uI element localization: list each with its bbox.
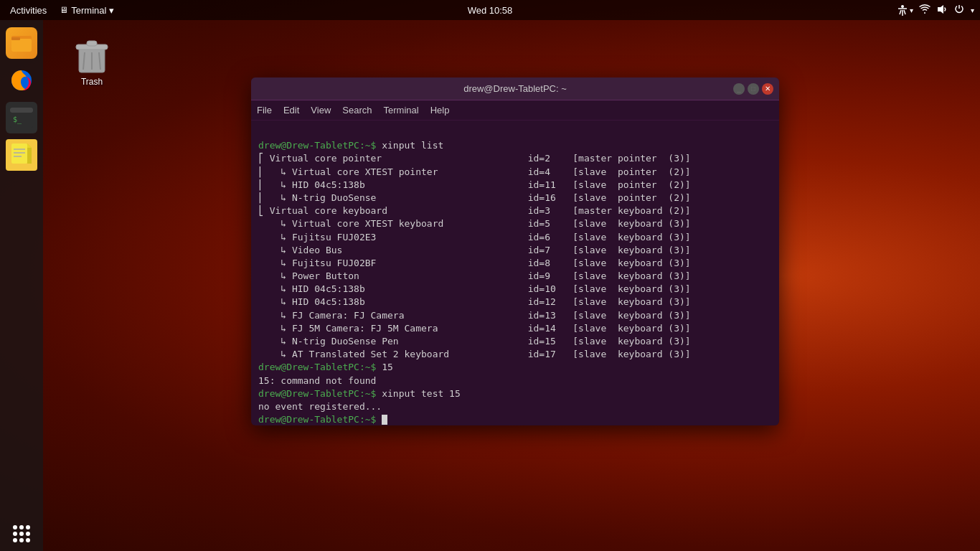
prompt-4: drew@Drew-TabletPC:~$	[258, 414, 376, 425]
output-11: ↳ HID 04c5:138b id=10 [slave keyboard (3…	[258, 283, 691, 294]
output-17: 15: command not found	[258, 375, 376, 386]
terminal-controls: _ □ ✕	[733, 83, 773, 95]
topbar-app-arrow: ▾	[109, 5, 114, 16]
svg-rect-9	[11, 143, 27, 164]
power-arrow[interactable]: ▾	[971, 6, 974, 14]
terminal-title: drew@Drew-TabletPC: ~	[463, 83, 567, 94]
grid-dot	[26, 538, 30, 542]
cmd-3: xinput test 15	[376, 388, 460, 399]
output-7: ↳ Fujitsu FUJ02E3 id=6 [slave keyboard (…	[258, 232, 691, 242]
svg-point-0	[901, 5, 904, 8]
output-16: ↳ AT Translated Set 2 keyboard id=17 [sl…	[258, 349, 691, 359]
activities-button[interactable]: Activities	[6, 5, 51, 16]
grid-dot	[19, 525, 24, 529]
terminal-menubar: File Edit View Search Terminal Help	[251, 100, 779, 121]
svg-text:$_: $_	[13, 116, 22, 124]
terminal-body[interactable]: drew@Drew-TabletPC:~$ xinput list ⎡ Virt…	[251, 121, 779, 425]
dock-item-files[interactable]	[6, 27, 37, 59]
output-4: ⎜ ↳ N-trig DuoSense id=16 [slave pointer…	[258, 192, 691, 203]
output-14: ↳ FJ 5M Camera: FJ 5M Camera id=14 [slav…	[258, 323, 691, 334]
terminal-window: drew@Drew-TabletPC: ~ _ □ ✕ File Edit Vi…	[251, 77, 779, 425]
volume-icon[interactable]	[936, 4, 948, 17]
output-18: no event registered...	[258, 401, 382, 412]
grid-dot	[13, 538, 17, 542]
trash-icon-image	[75, 39, 109, 74]
svg-marker-1	[938, 5, 943, 14]
dock-item-firefox[interactable]	[6, 65, 37, 96]
cursor	[382, 415, 387, 425]
cmd-2: 15	[376, 362, 392, 372]
wifi-icon[interactable]	[919, 4, 930, 17]
output-2: ⎜ ↳ Virtual core XTEST pointer id=4 [sla…	[258, 166, 691, 177]
desktop: Activities 🖥 Terminal ▾ Wed 10:58 ▾	[0, 0, 980, 551]
topbar-app-name: Terminal	[71, 5, 106, 16]
output-10: ↳ Power Button id=9 [slave keyboard (3)]	[258, 270, 691, 281]
grid-dot	[13, 525, 17, 529]
accessibility-arrow: ▾	[910, 6, 913, 14]
dock: $_	[0, 20, 43, 551]
topbar-left: Activities 🖥 Terminal ▾	[6, 5, 114, 16]
output-6: ↳ Virtual core XTEST keyboard id=5 [slav…	[258, 218, 691, 229]
grid-dot	[19, 532, 24, 536]
prompt-3: drew@Drew-TabletPC:~$	[258, 388, 376, 399]
output-9: ↳ Fujitsu FUJ02BF id=8 [slave keyboard (…	[258, 258, 691, 268]
menu-view[interactable]: View	[311, 105, 331, 116]
output-5: ⎣ Virtual core keyboard id=3 [master key…	[258, 205, 691, 216]
output-13: ↳ FJ Camera: FJ Camera id=13 [slave keyb…	[258, 310, 691, 321]
svg-rect-15	[87, 41, 97, 46]
dock-item-terminal[interactable]: $_	[6, 102, 37, 133]
svg-rect-4	[11, 37, 20, 40]
topbar: Activities 🖥 Terminal ▾ Wed 10:58 ▾	[0, 0, 980, 20]
grid-dot	[13, 532, 17, 536]
grid-dot	[26, 532, 30, 536]
output-1: ⎡ Virtual core pointer id=2 [master poin…	[258, 153, 691, 164]
grid-dot	[26, 525, 30, 529]
menu-help[interactable]: Help	[430, 105, 450, 116]
power-icon[interactable]	[953, 4, 965, 17]
grid-dot	[19, 538, 24, 542]
menu-terminal[interactable]: Terminal	[384, 105, 419, 116]
svg-rect-3	[11, 39, 32, 52]
minimize-button[interactable]: _	[733, 83, 745, 95]
terminal-titlebar: drew@Drew-TabletPC: ~ _ □ ✕	[251, 77, 779, 100]
cmd-1: xinput list	[376, 140, 443, 151]
prompt-1: drew@Drew-TabletPC:~$	[258, 140, 376, 151]
topbar-terminal-icon: 🖥	[60, 5, 68, 15]
svg-rect-7	[10, 108, 33, 113]
dock-item-notes[interactable]	[6, 139, 37, 171]
show-applications-button[interactable]	[13, 525, 30, 542]
topbar-right: ▾ ▾	[897, 4, 974, 17]
output-8: ↳ Video Bus id=7 [slave keyboard (3)]	[258, 245, 691, 255]
menu-file[interactable]: File	[257, 105, 272, 116]
cmd-4	[376, 414, 382, 425]
close-button[interactable]: ✕	[762, 83, 773, 95]
output-12: ↳ HID 04c5:138b id=12 [slave keyboard (3…	[258, 296, 691, 307]
maximize-button[interactable]: □	[748, 83, 759, 95]
output-15: ↳ N-trig DuoSense Pen id=15 [slave keybo…	[258, 336, 691, 347]
output-3: ⎜ ↳ HID 04c5:138b id=11 [slave pointer (…	[258, 179, 691, 190]
topbar-datetime: Wed 10:58	[468, 5, 513, 16]
menu-search[interactable]: Search	[342, 105, 372, 116]
topbar-app-menu[interactable]: 🖥 Terminal ▾	[60, 5, 114, 16]
accessibility-icon[interactable]: ▾	[897, 4, 913, 16]
menu-edit[interactable]: Edit	[283, 105, 299, 116]
trash-icon[interactable]: Trash	[63, 39, 121, 87]
trash-label: Trash	[81, 77, 103, 87]
prompt-2: drew@Drew-TabletPC:~$	[258, 362, 376, 372]
